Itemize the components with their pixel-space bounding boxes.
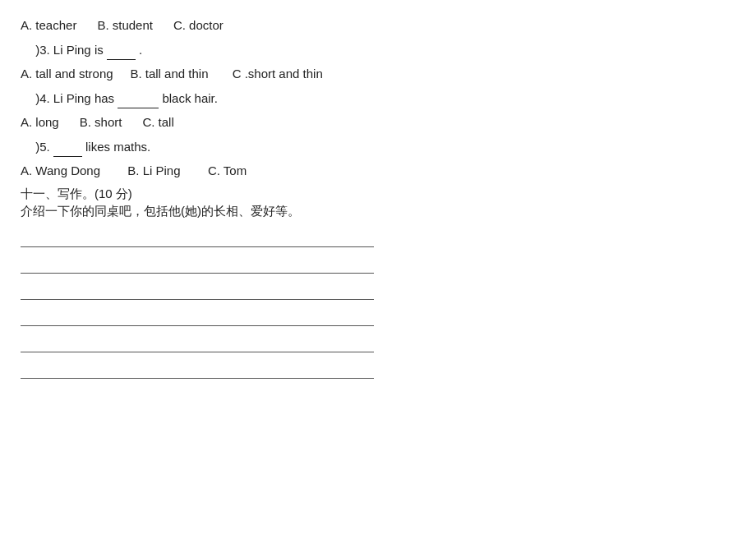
q4-blank: [118, 95, 159, 108]
q5-rest: likes maths.: [85, 140, 150, 154]
writing-line-3: [21, 280, 374, 300]
writing-prompt: 介绍一下你的同桌吧，包括他(她)的长相、爱好等。: [21, 204, 735, 219]
q3-blank: [107, 47, 136, 60]
q5-option-b: B. Li Ping: [127, 163, 180, 177]
q5-options: A. Wang Dong B. Li Ping C. Tom: [21, 160, 735, 182]
q4-paren: [21, 88, 32, 109]
q4-option-a: A. long: [21, 115, 59, 129]
q2-option-a: A. teacher: [21, 18, 76, 32]
q2-option-b: B. student: [97, 18, 153, 32]
q5-blank: [53, 144, 82, 157]
q4-option-b: B. short: [80, 115, 122, 129]
q5-option-c: C. Tom: [208, 163, 247, 177]
writing-line-1: [21, 228, 374, 247]
writing-lines: [21, 228, 735, 379]
q5-option-a: A. Wang Dong: [21, 163, 100, 177]
q4-option-c: C. tall: [142, 115, 173, 129]
q5-stem: )5. likes maths.: [21, 136, 735, 158]
q4-stem: )4. Li Ping has black hair.: [21, 88, 735, 109]
q2-options: A. teacher B. student C. doctor: [21, 15, 735, 36]
q5-paren: [21, 136, 32, 158]
q4-rest: black hair.: [162, 91, 218, 105]
q3-options: A. tall and strong B. tall and thin C .s…: [21, 63, 735, 85]
q2-option-c: C. doctor: [173, 18, 224, 32]
q3-option-a: A. tall and strong: [21, 67, 113, 81]
q5-number: )5.: [35, 140, 50, 154]
q4-number: )4. Li Ping has: [35, 91, 114, 105]
writing-line-6: [21, 359, 374, 379]
writing-line-4: [21, 306, 374, 326]
q3-dot: .: [139, 43, 142, 57]
q3-option-c: C .short and thin: [233, 67, 323, 81]
q3-number: )3. Li Ping is: [35, 43, 104, 57]
q3-option-b: B. tall and thin: [130, 67, 208, 81]
q3-paren: [21, 39, 32, 61]
writing-line-5: [21, 333, 374, 352]
q3-stem: )3. Li Ping is .: [21, 39, 735, 61]
q4-options: A. long B. short C. tall: [21, 112, 735, 133]
section11-title: 十一、写作。(10 分): [21, 186, 735, 202]
writing-line-2: [21, 254, 374, 274]
